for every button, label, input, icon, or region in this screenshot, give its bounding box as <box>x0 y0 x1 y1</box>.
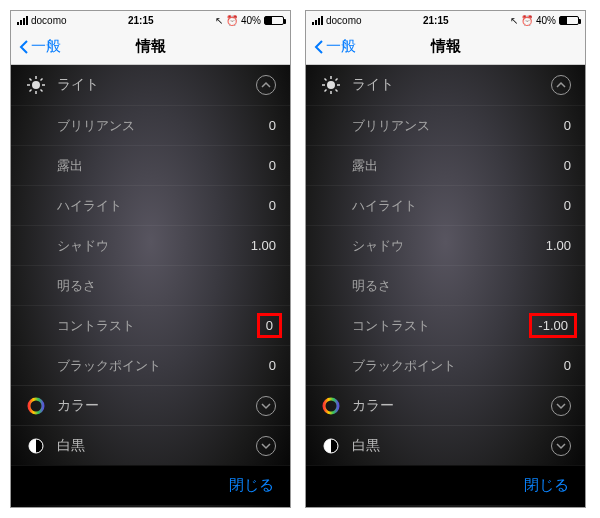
row-brilliance[interactable]: ブリリアンス0 <box>11 105 290 145</box>
location-icon: ↖ <box>510 15 518 26</box>
svg-point-0 <box>32 81 40 89</box>
section-bw[interactable]: 白黒 <box>306 425 585 465</box>
row-highlights[interactable]: ハイライト0 <box>306 185 585 225</box>
brightness-icon <box>320 76 342 94</box>
footer: 閉じる <box>306 465 585 505</box>
content-area: ライト ブリリアンス0 露出0 ハイライト0 シャドウ1.00 明るさ コントラ… <box>11 65 290 507</box>
row-brilliance[interactable]: ブリリアンス0 <box>306 105 585 145</box>
svg-line-17 <box>325 79 327 81</box>
close-button[interactable]: 閉じる <box>229 476 274 495</box>
back-button[interactable]: 一般 <box>19 37 61 56</box>
footer: 閉じる <box>11 465 290 505</box>
chevron-down-icon <box>551 436 571 456</box>
phone-left: docomo 21:15 ↖ ⏰ 40% 一般 情報 ライト ブリリアンス0 露… <box>10 10 291 508</box>
row-blackpoint[interactable]: ブラックポイント0 <box>306 345 585 385</box>
alarm-icon: ⏰ <box>521 15 533 26</box>
color-label: カラー <box>57 397 99 415</box>
svg-point-9 <box>29 399 43 413</box>
contrast-value-highlight: -1.00 <box>529 313 577 338</box>
status-bar: docomo 21:15 ↖ ⏰ 40% <box>306 11 585 29</box>
row-blackpoint[interactable]: ブラックポイント0 <box>11 345 290 385</box>
half-circle-icon <box>320 437 342 455</box>
section-light[interactable]: ライト <box>11 65 290 105</box>
row-exposure[interactable]: 露出0 <box>306 145 585 185</box>
location-icon: ↖ <box>215 15 223 26</box>
svg-line-5 <box>30 79 32 81</box>
svg-line-20 <box>336 79 338 81</box>
color-wheel-icon <box>320 397 342 415</box>
alarm-icon: ⏰ <box>226 15 238 26</box>
carrier-label: docomo <box>31 15 67 26</box>
row-shadows[interactable]: シャドウ1.00 <box>306 225 585 265</box>
svg-point-21 <box>324 399 338 413</box>
bw-label: 白黒 <box>57 437 85 455</box>
bw-label: 白黒 <box>352 437 380 455</box>
battery-pct: 40% <box>536 15 556 26</box>
color-wheel-icon <box>25 397 47 415</box>
chevron-left-icon <box>19 39 29 55</box>
svg-line-8 <box>41 79 43 81</box>
row-brightness[interactable]: 明るさ <box>306 265 585 305</box>
brightness-icon <box>25 76 47 94</box>
half-circle-icon <box>25 437 47 455</box>
clock-label: 21:15 <box>128 15 154 26</box>
close-button[interactable]: 閉じる <box>524 476 569 495</box>
svg-line-19 <box>325 90 327 92</box>
phone-right: docomo 21:15 ↖ ⏰ 40% 一般 情報 ライト ブリリアンス0 露… <box>305 10 586 508</box>
chevron-down-icon <box>256 436 276 456</box>
chevron-down-icon <box>256 396 276 416</box>
svg-line-18 <box>336 90 338 92</box>
nav-bar: 一般 情報 <box>306 29 585 65</box>
chevron-up-icon <box>256 75 276 95</box>
battery-icon <box>559 16 579 25</box>
row-brightness[interactable]: 明るさ <box>11 265 290 305</box>
row-contrast[interactable]: コントラスト0 <box>11 305 290 345</box>
section-bw[interactable]: 白黒 <box>11 425 290 465</box>
chevron-left-icon <box>314 39 324 55</box>
row-highlights[interactable]: ハイライト0 <box>11 185 290 225</box>
contrast-value-highlight: 0 <box>257 313 282 338</box>
section-color[interactable]: カラー <box>11 385 290 425</box>
color-label: カラー <box>352 397 394 415</box>
row-exposure[interactable]: 露出0 <box>11 145 290 185</box>
signal-icon <box>17 16 28 25</box>
clock-label: 21:15 <box>423 15 449 26</box>
section-color[interactable]: カラー <box>306 385 585 425</box>
nav-bar: 一般 情報 <box>11 29 290 65</box>
carrier-label: docomo <box>326 15 362 26</box>
signal-icon <box>312 16 323 25</box>
row-contrast[interactable]: コントラスト-1.00 <box>306 305 585 345</box>
section-light[interactable]: ライト <box>306 65 585 105</box>
battery-pct: 40% <box>241 15 261 26</box>
chevron-down-icon <box>551 396 571 416</box>
svg-point-12 <box>327 81 335 89</box>
light-label: ライト <box>352 76 394 94</box>
back-label: 一般 <box>31 37 61 56</box>
svg-line-6 <box>41 90 43 92</box>
chevron-up-icon <box>551 75 571 95</box>
light-label: ライト <box>57 76 99 94</box>
back-label: 一般 <box>326 37 356 56</box>
battery-icon <box>264 16 284 25</box>
back-button[interactable]: 一般 <box>314 37 356 56</box>
content-area: ライト ブリリアンス0 露出0 ハイライト0 シャドウ1.00 明るさ コントラ… <box>306 65 585 507</box>
status-bar: docomo 21:15 ↖ ⏰ 40% <box>11 11 290 29</box>
svg-line-7 <box>30 90 32 92</box>
row-shadows[interactable]: シャドウ1.00 <box>11 225 290 265</box>
